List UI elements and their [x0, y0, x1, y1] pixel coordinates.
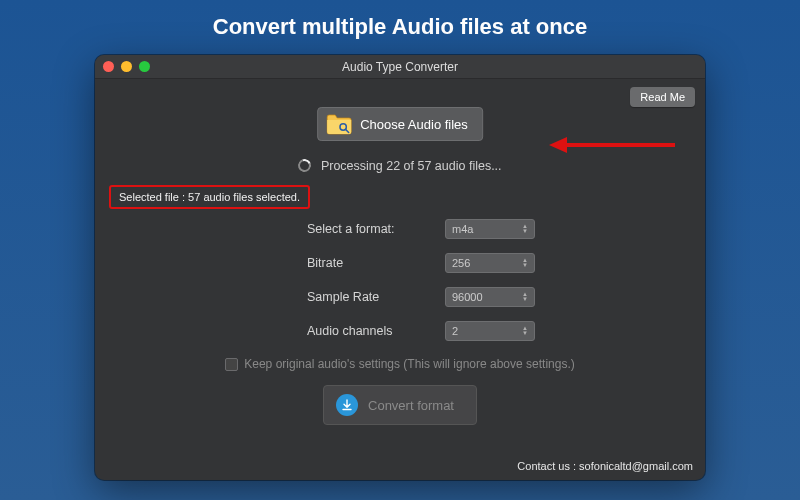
samplerate-label: Sample Rate: [307, 290, 427, 304]
channels-select[interactable]: 2 ▲▼: [445, 321, 535, 341]
contact-email: sofonicaltd@gmail.com: [579, 460, 693, 472]
keep-original-settings-row: Keep original audio's settings (This wil…: [95, 357, 705, 371]
read-me-button[interactable]: Read Me: [630, 87, 695, 107]
contact-footer: Contact us : sofonicaltd@gmail.com: [517, 460, 693, 472]
bitrate-select[interactable]: 256 ▲▼: [445, 253, 535, 273]
format-value: m4a: [452, 223, 473, 235]
minimize-window-button[interactable]: [121, 61, 132, 72]
window-title: Audio Type Converter: [95, 60, 705, 74]
choose-audio-files-button[interactable]: Choose Audio files: [317, 107, 483, 141]
chevron-updown-icon: ▲▼: [522, 292, 528, 302]
app-window: Audio Type Converter Read Me Choose Audi…: [95, 55, 705, 480]
bitrate-label: Bitrate: [307, 256, 427, 270]
choose-audio-files-label: Choose Audio files: [360, 117, 468, 132]
chevron-updown-icon: ▲▼: [522, 258, 528, 268]
folder-search-icon: [326, 113, 352, 135]
chevron-updown-icon: ▲▼: [522, 326, 528, 336]
keep-original-label: Keep original audio's settings (This wil…: [244, 357, 574, 371]
close-window-button[interactable]: [103, 61, 114, 72]
download-icon: [336, 394, 358, 416]
chevron-updown-icon: ▲▼: [522, 224, 528, 234]
format-select[interactable]: m4a ▲▼: [445, 219, 535, 239]
selected-file-text: Selected file : 57 audio files selected.: [119, 191, 300, 203]
keep-original-checkbox[interactable]: [225, 358, 238, 371]
format-label: Select a format:: [307, 222, 427, 236]
channels-label: Audio channels: [307, 324, 427, 338]
convert-format-button[interactable]: Convert format: [323, 385, 477, 425]
page-banner: Convert multiple Audio files at once: [0, 0, 800, 50]
titlebar: Audio Type Converter: [95, 55, 705, 79]
selected-file-highlight: Selected file : 57 audio files selected.: [109, 185, 310, 209]
processing-text: Processing 22 of 57 audio files...: [321, 159, 502, 173]
processing-status: Processing 22 of 57 audio files...: [95, 159, 705, 173]
samplerate-value: 96000: [452, 291, 483, 303]
contact-prefix: Contact us :: [517, 460, 579, 472]
window-body: Read Me Choose Audio files Processing 22…: [95, 79, 705, 480]
spinner-icon: [298, 159, 311, 172]
settings-form: Select a format: m4a ▲▼ Bitrate 256 ▲▼ S…: [95, 219, 705, 341]
traffic-lights: [103, 61, 150, 72]
samplerate-select[interactable]: 96000 ▲▼: [445, 287, 535, 307]
channels-value: 2: [452, 325, 458, 337]
bitrate-value: 256: [452, 257, 470, 269]
convert-format-label: Convert format: [368, 398, 454, 413]
maximize-window-button[interactable]: [139, 61, 150, 72]
